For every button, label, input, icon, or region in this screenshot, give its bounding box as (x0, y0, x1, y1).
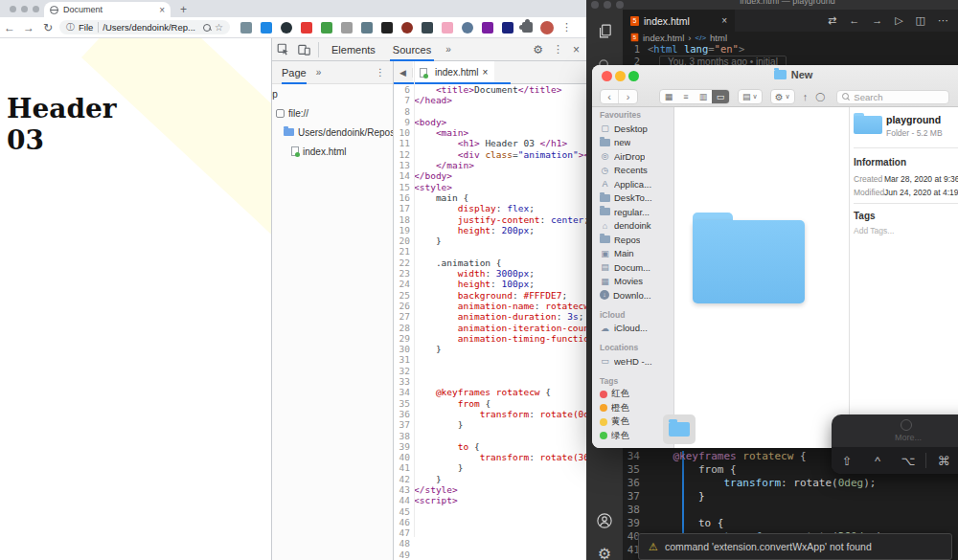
extension-icon[interactable] (381, 22, 393, 34)
extension-icon[interactable] (462, 22, 473, 34)
list-view-button[interactable]: ≡ (677, 90, 695, 103)
page-info-icon[interactable]: ⓘ (66, 21, 75, 34)
device-toolbar-icon[interactable] (293, 43, 314, 56)
more-tabs-icon[interactable]: » (440, 44, 457, 55)
group-by-button[interactable]: ▤ ∨ (738, 89, 763, 104)
navigate-forward-icon[interactable]: → (872, 14, 882, 27)
playground-folder-icon[interactable] (693, 213, 805, 303)
tab-close-icon[interactable]: × (159, 5, 165, 15)
sidebar-item-new[interactable]: new (592, 136, 673, 150)
sidebar-item-repos[interactable]: Repos (592, 233, 673, 247)
devtools-close-icon[interactable]: × (573, 43, 580, 56)
sidebar-item-documents[interactable]: ▤Docum... (592, 260, 673, 275)
forward-button[interactable]: → (19, 21, 38, 34)
profile-avatar[interactable] (540, 21, 554, 34)
gallery-thumbnail-selected[interactable] (663, 414, 696, 444)
action-menu-button[interactable]: ⚙ ∨ (770, 89, 795, 104)
devtools-settings-icon[interactable]: ⚙ (533, 43, 543, 56)
extension-icon[interactable] (482, 22, 493, 34)
breadcrumb[interactable]: 5 index.html › </> html (623, 32, 958, 43)
sidebar-item-regular[interactable]: regular... (592, 205, 673, 219)
extension-icon[interactable] (261, 22, 272, 34)
tab-close-icon[interactable]: × (721, 15, 727, 26)
new-tab-button[interactable]: + (180, 3, 187, 16)
tab-close-icon[interactable]: × (483, 67, 489, 78)
sidebar-item-tag-orange[interactable]: 橙色 (592, 401, 673, 415)
search-field[interactable]: Search (836, 90, 949, 104)
extension-icon[interactable] (321, 22, 332, 34)
account-icon[interactable] (595, 511, 614, 530)
zoom-icon[interactable] (203, 24, 211, 32)
sidebar-item-dendoink[interactable]: ⌂dendoink (592, 219, 673, 234)
sidebar-item-tag-red[interactable]: 红色 (592, 388, 673, 402)
back-button[interactable]: ‹ (601, 90, 619, 103)
navigator-menu-icon[interactable]: ⋮ (376, 67, 385, 78)
split-editor-icon[interactable]: ◫ (916, 14, 925, 27)
window-minimize-button[interactable] (21, 6, 28, 12)
sidebar-item-tag-green[interactable]: 绿色 (592, 429, 673, 443)
inspect-element-icon[interactable] (272, 43, 293, 56)
extension-icon[interactable] (502, 22, 513, 34)
tree-item-folder[interactable]: Users/dendoink/Repos (284, 123, 393, 142)
sidebar-item-tag-yellow[interactable]: 黄色 (592, 415, 673, 430)
extension-icon[interactable] (361, 22, 373, 34)
tree-item-file-origin[interactable]: file:// (276, 103, 393, 123)
add-tags-field[interactable]: Add Tags... (854, 226, 894, 235)
source-code-view[interactable]: 6 <title>Document</title>7</head>89<body… (394, 84, 586, 560)
share-button[interactable]: ↑ (803, 91, 809, 102)
address-bar[interactable]: ⓘ File /Users/dendoink/Rep... ☆ (59, 20, 230, 34)
window-minimize-button[interactable] (604, 1, 611, 9)
window-zoom-button[interactable] (616, 1, 624, 9)
sidebar-item-deskto[interactable]: DeskTo... (592, 191, 673, 206)
extensions-puzzle-icon[interactable] (522, 22, 533, 33)
run-icon[interactable]: ▷ (895, 14, 902, 27)
extension-icon[interactable] (341, 22, 353, 34)
compare-changes-icon[interactable]: ⇄ (828, 14, 836, 27)
navigator-more-tabs-icon[interactable]: » (316, 67, 322, 78)
extension-icon[interactable] (422, 22, 433, 34)
sidebar-item-recents[interactable]: ◷Recents (592, 164, 673, 178)
explorer-icon[interactable] (595, 21, 614, 40)
devtools-menu-icon[interactable]: ⋮ (553, 43, 563, 56)
tab-page[interactable]: Page (282, 61, 307, 84)
extension-icon[interactable] (281, 22, 292, 34)
tag-button[interactable]: ◯ (815, 92, 825, 101)
browser-tab[interactable]: Document × (44, 2, 171, 17)
bookmark-star-icon[interactable]: ☆ (215, 22, 223, 33)
sidebar-item-wehd[interactable]: ▭weHD -... (592, 354, 673, 369)
editor-tab-index-html[interactable]: 5 index.html × (623, 10, 736, 32)
window-close-button[interactable] (591, 1, 599, 9)
tab-sources[interactable]: Sources (384, 38, 440, 61)
forward-button[interactable]: › (619, 90, 637, 103)
breadcrumb-node[interactable]: html (710, 33, 727, 43)
back-button[interactable]: ← (0, 21, 19, 34)
extension-icon[interactable] (240, 22, 252, 34)
tree-item-index-html[interactable]: index.html (291, 142, 393, 161)
sidebar-item-main[interactable]: ▣Main (592, 247, 673, 261)
settings-gear-icon[interactable]: ⚙ (595, 544, 614, 560)
sidebar-item-icloud[interactable]: ☁iCloud... (592, 322, 673, 336)
tree-item-top[interactable]: ▾top (271, 84, 393, 103)
extension-icon[interactable] (301, 22, 312, 34)
sidebar-item-applications[interactable]: AApplica... (592, 177, 673, 191)
browser-menu-icon[interactable]: ⋮ (561, 21, 572, 34)
hide-navigator-icon[interactable]: ◀ (394, 68, 413, 78)
sidebar-item-airdrop[interactable]: ◎AirDrop (592, 149, 673, 164)
icon-view-button[interactable]: ▦ (660, 90, 677, 103)
column-view-button[interactable]: ▥ (695, 90, 712, 103)
navigate-back-icon[interactable]: ← (849, 14, 859, 27)
sidebar-item-desktop[interactable]: ▢Desktop (592, 122, 673, 136)
more-actions-icon[interactable]: ⋯ (938, 14, 948, 27)
reload-button[interactable]: ↻ (38, 21, 57, 34)
window-zoom-button[interactable] (33, 6, 39, 12)
window-close-button[interactable] (10, 6, 16, 12)
editor-file-tab[interactable]: index.html × (413, 61, 494, 84)
sidebar-item-movies[interactable]: ▦Movies (592, 275, 673, 289)
notification-toast[interactable]: ⚠ command 'extension.convertWxApp' not f… (638, 533, 952, 560)
tab-elements[interactable]: Elements (323, 38, 384, 61)
gallery-view-button[interactable]: ▭ (712, 90, 729, 103)
extension-icon[interactable] (442, 22, 453, 34)
extension-icon[interactable] (401, 22, 413, 34)
breadcrumb-file[interactable]: index.html (643, 33, 684, 43)
sidebar-item-downloads[interactable]: ↓Downlo... (592, 288, 673, 302)
